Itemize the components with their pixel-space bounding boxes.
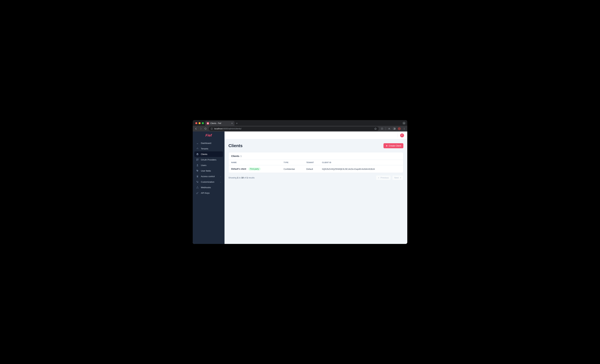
sidebar-item-dashboard[interactable]: Dashboard xyxy=(194,140,223,146)
window-controls xyxy=(195,122,205,126)
arrow-right-icon xyxy=(200,127,202,130)
client-name: Default's client xyxy=(231,168,246,170)
browser-tab[interactable]: ⬢ Clients · Fief ✕ xyxy=(205,121,234,126)
tab-bar: ⬢ Clients · Fief ✕ + xyxy=(193,120,407,126)
forward-button[interactable] xyxy=(200,127,202,130)
svg-point-14 xyxy=(197,170,197,170)
nav-list: Dashboard Tenants Clients OAuth Provider… xyxy=(193,139,225,197)
col-client-id: CLIENT ID xyxy=(319,160,403,165)
sidebar-item-label: Webhooks xyxy=(201,186,211,189)
card-header: Clients 1 xyxy=(229,152,403,160)
create-button-label: Create Client xyxy=(389,145,401,147)
topbar: F xyxy=(225,131,407,139)
reload-button[interactable] xyxy=(204,127,207,130)
sidebar-item-access-control[interactable]: Access control ⌄ xyxy=(194,173,223,179)
profile-button[interactable] xyxy=(398,127,401,130)
sidebar-item-webhooks[interactable]: Webhooks xyxy=(194,185,223,190)
svg-point-1 xyxy=(212,128,212,128)
table-header-row: NAME TYPE TENANT CLIENT ID xyxy=(229,160,403,165)
page-content: Clients Create Client Clients 1 xyxy=(225,139,407,244)
page-title: Clients xyxy=(228,143,243,148)
lock-icon xyxy=(196,175,199,178)
sidebar-item-label: Users xyxy=(201,164,206,166)
sidebar-item-label: Access control xyxy=(201,175,215,178)
sidebar-item-customization[interactable]: Customization ⌄ xyxy=(194,179,223,185)
maximize-window-button[interactable] xyxy=(202,122,204,124)
arrow-right-icon xyxy=(400,177,401,179)
svg-rect-10 xyxy=(198,159,198,160)
tab-title: Clients · Fief xyxy=(210,122,221,125)
minimize-window-button[interactable] xyxy=(199,122,201,124)
card-count: 1 xyxy=(240,155,242,157)
sidebar-item-label: Clients xyxy=(201,153,207,155)
panel-icon xyxy=(393,127,395,130)
sidebar-item-label: OAuth Providers xyxy=(201,159,216,161)
sidebar-item-api-keys[interactable]: API Keys xyxy=(194,190,223,196)
col-tenant: TENANT xyxy=(304,160,319,165)
close-window-button[interactable] xyxy=(195,122,197,124)
star-icon xyxy=(374,127,377,130)
svg-rect-11 xyxy=(197,160,197,161)
tab-close-icon[interactable]: ✕ xyxy=(231,122,233,125)
sidebar-item-users[interactable]: Users xyxy=(194,163,223,168)
cell-type: Confidential xyxy=(281,165,304,173)
music-icon xyxy=(388,127,391,130)
next-label: Next xyxy=(394,176,399,179)
side-panel-button[interactable] xyxy=(393,127,395,130)
next-button[interactable]: Next xyxy=(392,175,403,180)
site-info-icon xyxy=(211,127,213,130)
sidebar-item-clients[interactable]: Clients xyxy=(194,151,223,157)
first-party-badge: First-party xyxy=(248,167,261,170)
url-text: localhost:8000/admin/clients/ xyxy=(214,127,242,130)
chevron-down-icon xyxy=(403,122,405,124)
arrow-left-icon xyxy=(195,127,197,130)
sidebar-item-label: Tenants xyxy=(201,147,208,150)
dashboard-icon xyxy=(196,142,199,145)
sidebar-item-tenants[interactable]: Tenants xyxy=(194,146,223,151)
svg-rect-18 xyxy=(197,182,198,183)
cell-tenant: Default xyxy=(304,165,319,173)
reload-icon xyxy=(204,127,207,130)
user-avatar[interactable]: F xyxy=(400,133,404,137)
sidebar-item-oauth-providers[interactable]: OAuth Providers xyxy=(194,157,223,163)
cell-name: Default's client First-party xyxy=(229,165,281,173)
clients-table: NAME TYPE TENANT CLIENT ID Default's cli… xyxy=(229,160,403,173)
logo-text: Fief xyxy=(206,133,212,137)
logo[interactable]: Fief xyxy=(193,131,225,139)
browser-window: ⬢ Clients · Fief ✕ + localhost:8000/admi… xyxy=(193,120,407,244)
bookmark-button[interactable] xyxy=(374,127,377,130)
tab-favicon-icon: ⬢ xyxy=(207,122,209,125)
extensions-button[interactable] xyxy=(381,127,383,130)
sidebar-item-label: API Keys xyxy=(201,192,209,194)
url-input[interactable]: localhost:8000/admin/clients/ xyxy=(209,127,379,131)
svg-point-7 xyxy=(404,129,404,129)
media-control-button[interactable] xyxy=(388,127,391,130)
card-title: Clients xyxy=(231,155,239,157)
previous-button[interactable]: Previous xyxy=(376,175,391,180)
back-button[interactable] xyxy=(195,127,197,130)
pagination-buttons: Previous Next xyxy=(376,175,403,180)
sidebar-item-user-fields[interactable]: User fields xyxy=(194,168,223,173)
chevron-down-icon: ⌄ xyxy=(220,175,221,177)
col-name: NAME xyxy=(229,160,281,165)
tag-icon xyxy=(196,169,199,172)
kebab-icon xyxy=(403,127,405,130)
slider-icon xyxy=(196,180,199,183)
webhook-icon xyxy=(196,186,199,189)
col-type: TYPE xyxy=(281,160,304,165)
svg-rect-4 xyxy=(394,128,395,129)
cell-client-id: hQEZkZm5QZ5hWIjK3L5E14cDe-Ewp4Kr4xfd4m91… xyxy=(319,165,403,173)
new-tab-button[interactable]: + xyxy=(234,122,239,126)
svg-point-5 xyxy=(404,128,404,128)
cubes-icon xyxy=(196,147,199,150)
tab-list-button[interactable] xyxy=(402,122,406,125)
svg-point-13 xyxy=(197,164,198,165)
divider xyxy=(398,133,398,137)
svg-rect-12 xyxy=(198,160,198,161)
address-bar: localhost:8000/admin/clients/ xyxy=(193,126,407,131)
table-row[interactable]: Default's client First-party Confidentia… xyxy=(229,165,403,173)
browser-menu-button[interactable] xyxy=(403,127,405,130)
pagination-info: Showing 1 to 10 of 1 results xyxy=(228,176,254,179)
main-area: F Clients Create Client Clients 1 xyxy=(225,131,407,244)
create-client-button[interactable]: Create Client xyxy=(384,143,403,148)
